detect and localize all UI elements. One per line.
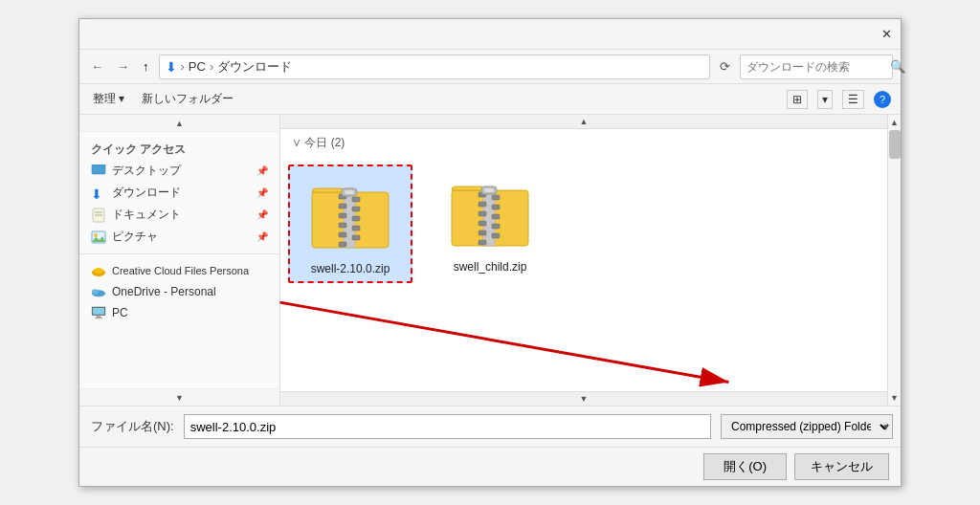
open-button[interactable]: 開く(O) <box>703 453 787 480</box>
downloads-label: ダウンロード <box>112 185 181 201</box>
svg-point-7 <box>94 233 98 237</box>
sidebar-item-downloads[interactable]: ⬇ ダウンロード 📌 <box>79 182 279 204</box>
filename-input[interactable] <box>184 414 711 439</box>
files-grid: swell-2.10.0.zip <box>280 157 887 391</box>
title-bar: ✕ <box>79 19 901 50</box>
cancel-button[interactable]: キャンセル <box>794 453 889 480</box>
nav-bar: ← → ↑ ⬇ › PC › ダウンロード ⟳ 🔍 <box>79 50 901 84</box>
svg-rect-19 <box>339 204 346 209</box>
search-icon: 🔍 <box>890 59 905 74</box>
view-button-2[interactable]: ☰ <box>842 90 864 109</box>
sidebar: ▲ クイック アクセス デスクトップ 📌 ⬇ ダウンロード 📌 <box>79 115 280 406</box>
close-button[interactable]: ✕ <box>880 28 893 41</box>
scrollbar-down[interactable]: ▼ <box>888 390 901 406</box>
back-button[interactable]: ← <box>87 57 107 76</box>
content-wrapper: ▲ ∨ 今日 (2) <box>280 115 887 406</box>
bottom-filename-bar: ファイル名(N): Compressed (zipped) Folder (*.… <box>79 406 901 447</box>
svg-rect-37 <box>479 231 486 235</box>
desktop-icon <box>91 164 106 179</box>
window-controls: ✕ <box>880 28 893 41</box>
refresh-button[interactable]: ⟳ <box>716 57 734 76</box>
svg-rect-15 <box>95 318 103 318</box>
svg-rect-30 <box>345 190 354 194</box>
svg-rect-28 <box>352 235 360 240</box>
new-folder-button[interactable]: 新しいフォルダー <box>138 89 237 109</box>
svg-rect-27 <box>352 226 360 231</box>
pictures-icon <box>91 230 106 245</box>
scrollbar-track <box>888 130 901 390</box>
search-input[interactable] <box>746 60 890 74</box>
svg-rect-36 <box>479 221 486 226</box>
scrollbar-up[interactable]: ▲ <box>888 115 901 130</box>
quick-access-label: クイック アクセス <box>79 138 279 160</box>
sidebar-item-pictures[interactable]: ピクチャ 📌 <box>79 226 279 248</box>
svg-rect-42 <box>492 224 500 229</box>
file-open-dialog: ✕ ← → ↑ ⬇ › PC › ダウンロード ⟳ 🔍 整理 ▾ 新しいフォルダ… <box>78 18 902 487</box>
svg-rect-0 <box>92 165 105 174</box>
scrollbar-thumb <box>889 130 901 159</box>
up-button[interactable]: ↑ <box>139 57 153 76</box>
file-label-swell-zip: swell-2.10.0.zip <box>311 262 390 275</box>
sidebar-item-pc[interactable]: PC <box>79 302 279 323</box>
downloads-pin: 📌 <box>256 187 268 198</box>
sidebar-scroll-up[interactable]: ▲ <box>79 115 279 132</box>
view-dropdown[interactable]: ▾ <box>817 90 833 109</box>
organize-button[interactable]: 整理 ▾ <box>89 89 128 109</box>
help-button[interactable]: ? <box>874 91 891 108</box>
svg-rect-40 <box>492 205 500 209</box>
search-box[interactable]: 🔍 <box>740 55 893 79</box>
sidebar-item-desktop[interactable]: デスクトップ 📌 <box>79 160 279 182</box>
pictures-pin: 📌 <box>256 231 268 242</box>
nav-path-pc: PC <box>189 59 206 74</box>
svg-rect-34 <box>479 202 486 207</box>
svg-rect-14 <box>96 317 100 318</box>
filename-label: ファイル名(N): <box>91 418 174 435</box>
grid-view-icon: ⊞ <box>792 93 802 106</box>
pc-label: PC <box>112 306 128 319</box>
zip-icon-child <box>442 170 538 256</box>
sidebar-divider-1 <box>79 253 279 254</box>
pc-icon <box>91 305 106 320</box>
svg-rect-23 <box>339 242 346 247</box>
content-area: ∨ 今日 (2) <box>280 129 887 391</box>
content-scroll-up[interactable]: ▲ <box>280 115 887 129</box>
creative-cloud-icon <box>91 263 106 278</box>
file-label-swell-child: swell_child.zip <box>454 260 527 274</box>
main-area: ▲ クイック アクセス デスクトップ 📌 ⬇ ダウンロード 📌 <box>79 115 901 406</box>
sidebar-item-onedrive[interactable]: OneDrive - Personal <box>79 281 279 302</box>
svg-rect-45 <box>484 188 494 192</box>
svg-rect-20 <box>339 213 346 218</box>
svg-rect-39 <box>492 195 500 200</box>
svg-point-11 <box>92 289 99 294</box>
desktop-pin: 📌 <box>256 165 268 176</box>
address-bar[interactable]: ⬇ › PC › ダウンロード <box>159 55 711 79</box>
zip-icon-selected <box>302 172 398 258</box>
desktop-label: デスクトップ <box>112 163 181 179</box>
view-button-1[interactable]: ⊞ <box>787 90 808 109</box>
svg-rect-41 <box>492 214 500 219</box>
file-item-swell-child[interactable]: swell_child.zip <box>428 165 552 283</box>
svg-rect-43 <box>492 233 500 238</box>
svg-rect-25 <box>352 207 360 211</box>
filetype-select[interactable]: Compressed (zipped) Folder (*. <box>721 414 893 439</box>
documents-label: ドキュメント <box>112 207 181 223</box>
svg-rect-21 <box>339 223 346 228</box>
svg-rect-38 <box>479 240 486 245</box>
pictures-label: ピクチャ <box>112 229 158 245</box>
svg-rect-13 <box>93 308 104 315</box>
svg-rect-24 <box>352 197 360 202</box>
forward-button[interactable]: → <box>113 57 133 76</box>
file-item-swell-zip[interactable]: swell-2.10.0.zip <box>288 165 412 283</box>
onedrive-icon <box>91 284 106 299</box>
svg-rect-35 <box>479 211 486 216</box>
sidebar-inner: クイック アクセス デスクトップ 📌 ⬇ ダウンロード 📌 <box>79 132 279 388</box>
sidebar-scroll-down[interactable]: ▼ <box>79 388 279 406</box>
svg-point-9 <box>94 268 103 274</box>
svg-text:⬇: ⬇ <box>91 187 102 201</box>
content-scroll-down[interactable]: ▼ <box>280 391 887 406</box>
sidebar-item-documents[interactable]: ドキュメント 📌 <box>79 204 279 226</box>
right-scrollbar[interactable]: ▲ ▼ <box>887 115 901 406</box>
sidebar-item-creative-cloud[interactable]: Creative Cloud Files Persona <box>79 260 279 281</box>
downloads-icon: ⬇ <box>91 186 106 201</box>
content-group-label: ∨ 今日 (2) <box>280 129 887 157</box>
